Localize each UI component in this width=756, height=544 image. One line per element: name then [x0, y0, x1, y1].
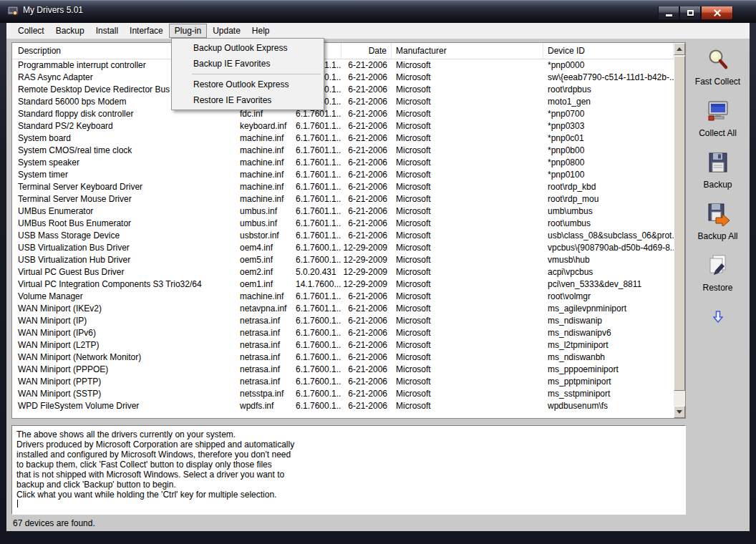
- table-row[interactable]: WAN Miniport (Network Monitor) netrasa.i…: [12, 351, 674, 364]
- header-device-id[interactable]: Device ID: [543, 43, 674, 59]
- cell-inf-file: netrasa.inf: [237, 351, 294, 364]
- table-row[interactable]: WAN Miniport (L2TP) netrasa.inf 6.1.7600…: [12, 339, 674, 351]
- driver-rows: Programmable interrupt controller 6.1.76…: [12, 59, 674, 412]
- cell-date: 12-29-2009: [341, 254, 392, 266]
- cell-date: 6-21-2006: [341, 169, 392, 181]
- cell-inf-file: machine.inf: [237, 132, 294, 145]
- table-row[interactable]: System speaker machine.inf 6.1.7601.1...…: [12, 157, 674, 169]
- table-row[interactable]: Standard floppy disk controller fdc.inf …: [12, 108, 674, 120]
- table-row[interactable]: System board machine.inf 6.1.7601.1... 6…: [12, 132, 674, 145]
- cell-manufacturer: Microsoft: [392, 291, 543, 303]
- menu-item-backup-outlook-express[interactable]: Backup Outlook Express: [173, 40, 322, 56]
- cell-device-id: *pnp0100: [543, 169, 674, 181]
- info-line: Drivers produced by Microsoft Corporatio…: [16, 439, 681, 450]
- cell-device-id: vmusb\hub: [543, 254, 674, 266]
- menu-update[interactable]: Update: [207, 24, 246, 38]
- header-manufacturer[interactable]: Manufacturer: [392, 43, 543, 59]
- backup-all-button[interactable]: Backup All: [686, 202, 750, 241]
- maximize-button[interactable]: [679, 6, 701, 20]
- scroll-more-indicator[interactable]: [713, 311, 723, 326]
- cell-version: 6.1.7601.1...: [294, 218, 341, 230]
- table-row[interactable]: WPD FileSystem Volume Driver wpdfs.inf 6…: [12, 400, 674, 412]
- table-row[interactable]: WAN Miniport (IKEv2) netavpna.inf 6.1.76…: [12, 303, 674, 315]
- tool-label: Backup: [703, 180, 732, 190]
- table-row[interactable]: WAN Miniport (SSTP) netsstpa.inf 6.1.760…: [12, 388, 674, 400]
- table-row[interactable]: System timer machine.inf 6.1.7601.1... 6…: [12, 169, 674, 181]
- fast-collect-button[interactable]: Fast Collect: [686, 47, 750, 87]
- cell-inf-file: oem1.inf: [237, 278, 294, 291]
- cell-device-id: root\rdp_mou: [543, 193, 674, 205]
- scroll-up-button[interactable]: [674, 43, 685, 55]
- cell-date: 6-21-2006: [341, 364, 392, 376]
- table-row[interactable]: System CMOS/real time clock machine.inf …: [12, 145, 674, 157]
- cell-version: 6.1.7600.1...: [294, 339, 341, 351]
- vertical-scrollbar[interactable]: [674, 43, 685, 418]
- cell-date: 6-21-2006: [341, 72, 392, 84]
- collect-all-button[interactable]: Collect All: [686, 99, 750, 138]
- backup-button[interactable]: Backup: [686, 150, 750, 190]
- cell-date: 6-21-2006: [341, 120, 392, 132]
- cell-device-id: ms_pppoeminiport: [543, 364, 674, 376]
- cell-device-id: acpi\vpcbus: [543, 266, 674, 278]
- table-row[interactable]: Virtual PC Guest Bus Driver oem2.inf 5.0…: [12, 266, 674, 278]
- tool-label: Backup All: [697, 231, 737, 241]
- status-bar: 67 devices are found.: [13, 518, 95, 528]
- header-date[interactable]: Date: [341, 43, 392, 59]
- minimize-button[interactable]: [658, 6, 679, 20]
- table-row[interactable]: USB Mass Storage Device usbstor.inf 6.1.…: [12, 230, 674, 242]
- table-row[interactable]: Standard PS/2 Keyboard keyboard.inf 6.1.…: [12, 120, 674, 132]
- menu-item-backup-ie-favorites[interactable]: Backup IE Favorites: [173, 56, 322, 72]
- info-panel[interactable]: The above shows all the drivers currentl…: [11, 425, 686, 515]
- table-row[interactable]: WAN Miniport (PPPOE) netrasa.inf 6.1.760…: [12, 364, 674, 376]
- table-row[interactable]: WAN Miniport (PPTP) netrasa.inf 6.1.7600…: [12, 376, 674, 388]
- cell-description: UMBus Enumerator: [12, 205, 237, 218]
- menu-help[interactable]: Help: [246, 24, 276, 38]
- table-row[interactable]: Volume Manager machine.inf 6.1.7601.1...…: [12, 291, 674, 303]
- cell-device-id: vpcbus\{908790ab-d50b-4d69-8...: [543, 242, 674, 254]
- menu-backup[interactable]: Backup: [50, 24, 90, 38]
- cell-description: WAN Miniport (IPv6): [12, 327, 237, 339]
- restore-button[interactable]: Restore: [686, 253, 750, 293]
- app-window: My Drivers 5.01 Collect Backup Install I…: [0, 0, 756, 544]
- table-row[interactable]: Remote Desktop Device Redirector Bus 6.1…: [12, 84, 674, 96]
- cell-device-id: *pnp0700: [543, 108, 674, 120]
- content-area: Description Date Manufacturer Device ID …: [6, 39, 750, 531]
- table-row[interactable]: WAN Miniport (IP) netrasa.inf 6.1.7600.1…: [12, 315, 674, 327]
- menu-interface[interactable]: Interface: [124, 24, 169, 38]
- table-row[interactable]: Virtual PC Integration Components S3 Tri…: [12, 278, 674, 291]
- menu-install[interactable]: Install: [90, 24, 124, 38]
- cell-manufacturer: Microsoft: [392, 193, 543, 205]
- down-arrow-icon: [713, 313, 723, 325]
- scroll-down-button[interactable]: [674, 406, 685, 418]
- app-icon: [7, 5, 19, 16]
- cell-version: 6.1.7601.1...: [294, 132, 341, 145]
- scrollbar-thumb[interactable]: [674, 56, 685, 391]
- table-row[interactable]: Terminal Server Mouse Driver machine.inf…: [12, 193, 674, 205]
- table-row[interactable]: RAS Async Adapter 6.1.7600.1... 6-21-200…: [12, 72, 674, 84]
- cell-date: 6-21-2006: [341, 376, 392, 388]
- table-row[interactable]: WAN Miniport (IPv6) netrasa.inf 6.1.7600…: [12, 327, 674, 339]
- menu-item-restore-ie-favorites[interactable]: Restore IE Favorites: [173, 92, 322, 108]
- scroll-down-icon: [677, 410, 682, 414]
- cell-description: WAN Miniport (Network Monitor): [12, 351, 237, 364]
- cell-description: System board: [12, 132, 237, 145]
- table-row[interactable]: USB Virtualization Hub Driver oem5.inf 6…: [12, 254, 674, 266]
- table-row[interactable]: Terminal Server Keyboard Driver machine.…: [12, 181, 674, 193]
- cell-version: 6.1.7600.1...: [294, 315, 341, 327]
- cell-version: 6.1.7600.1...: [294, 327, 341, 339]
- menu-collect[interactable]: Collect: [12, 24, 50, 38]
- table-row[interactable]: UMBus Root Bus Enumerator umbus.inf 6.1.…: [12, 218, 674, 230]
- table-row[interactable]: Standard 56000 bps Modem 6.1.7600.1... 6…: [12, 96, 674, 108]
- titlebar[interactable]: My Drivers 5.01: [0, 0, 756, 23]
- monitor-icon: [706, 99, 730, 126]
- cell-version: 6.1.7601.1...: [294, 145, 341, 157]
- table-row[interactable]: UMBus Enumerator umbus.inf 6.1.7601.1...…: [12, 205, 674, 218]
- cell-description: USB Virtualization Hub Driver: [12, 254, 237, 266]
- table-row[interactable]: Programmable interrupt controller 6.1.76…: [12, 59, 674, 72]
- menu-plugin[interactable]: Plug-in: [169, 24, 207, 38]
- cell-description: Terminal Server Mouse Driver: [12, 193, 237, 205]
- close-button[interactable]: [701, 6, 733, 20]
- table-row[interactable]: USB Virtualization Bus Driver oem4.inf 6…: [12, 242, 674, 254]
- menu-item-restore-outlook-express[interactable]: Restore Outlook Express: [173, 77, 322, 92]
- cell-version: 6.1.7600.1...: [294, 242, 341, 254]
